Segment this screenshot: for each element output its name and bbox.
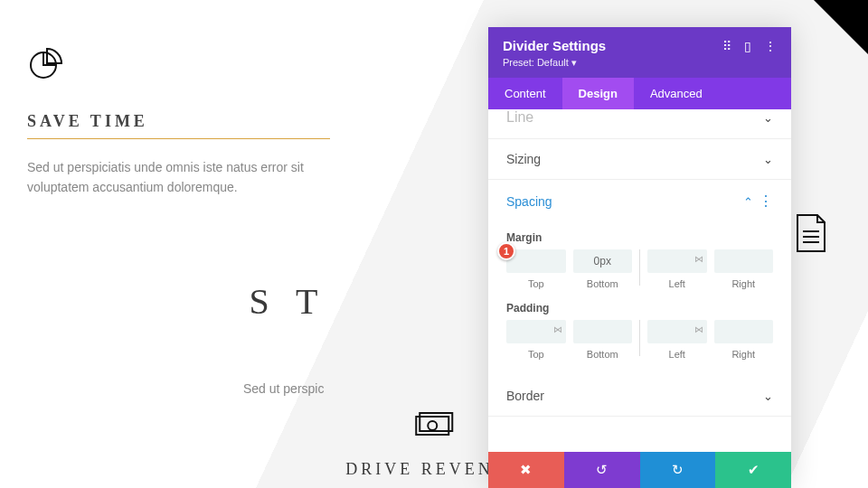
section-sizing[interactable]: Sizing ⌄ — [488, 139, 791, 180]
link-icon[interactable]: ⋈ — [694, 324, 703, 334]
padding-bottom-input[interactable] — [573, 320, 633, 343]
divider-settings-panel: Divider Settings ⠿ ▯ ⋮ Preset: Default ▾… — [488, 27, 791, 488]
layout-icon[interactable]: ▯ — [744, 39, 751, 53]
tab-content[interactable]: Content — [488, 78, 562, 109]
cash-icon — [414, 411, 454, 442]
chevron-down-icon: ⌄ — [763, 111, 773, 125]
preset-select[interactable]: Preset: Default ▾ — [503, 57, 777, 69]
padding-label: Padding — [506, 302, 773, 314]
tab-advanced[interactable]: Advanced — [634, 78, 719, 109]
link-icon[interactable]: ⋈ — [694, 254, 703, 264]
chevron-down-icon: ⌄ — [763, 389, 773, 403]
tab-design[interactable]: Design — [562, 78, 634, 109]
padding-left-input[interactable]: ⋈ — [647, 320, 707, 343]
feature-body: Sed ut perspiciatis unde omnis iste natu… — [27, 157, 326, 198]
title-underline — [27, 138, 330, 139]
margin-bottom-input[interactable]: 0px — [573, 249, 633, 273]
corner-fold — [814, 0, 868, 54]
section-line[interactable]: Line ⌄ — [488, 109, 791, 139]
panel-title: Divider Settings — [503, 38, 606, 53]
margin-right-input[interactable] — [714, 249, 774, 273]
link-icon[interactable]: ⋈ — [553, 324, 562, 334]
expand-icon[interactable]: ⠿ — [722, 39, 731, 53]
section-border[interactable]: Border ⌄ — [488, 376, 791, 417]
svg-point-5 — [428, 421, 437, 430]
chevron-down-icon: ⌄ — [763, 153, 773, 166]
document-icon — [794, 213, 828, 257]
margin-left-input[interactable]: ⋈ — [647, 249, 707, 273]
options-icon[interactable]: ⋮ — [759, 193, 773, 209]
save-button[interactable]: ✔ — [715, 452, 791, 488]
center-body-left: Sed ut perspic — [243, 379, 325, 419]
kebab-icon[interactable]: ⋮ — [764, 39, 777, 53]
padding-top-input[interactable]: ⋈ — [506, 320, 566, 343]
chevron-up-icon: ⌃ — [743, 195, 753, 209]
center-title-left: S T — [249, 281, 326, 322]
cancel-button[interactable]: ✖ — [488, 452, 564, 488]
step-badge-1: 1 — [497, 242, 515, 260]
section-spacing[interactable]: Spacing ⌃⋮ — [488, 180, 791, 222]
padding-right-input[interactable] — [714, 320, 774, 343]
margin-label: Margin — [506, 231, 773, 244]
redo-button[interactable]: ↻ — [640, 452, 716, 488]
undo-button[interactable]: ↺ — [564, 452, 640, 488]
